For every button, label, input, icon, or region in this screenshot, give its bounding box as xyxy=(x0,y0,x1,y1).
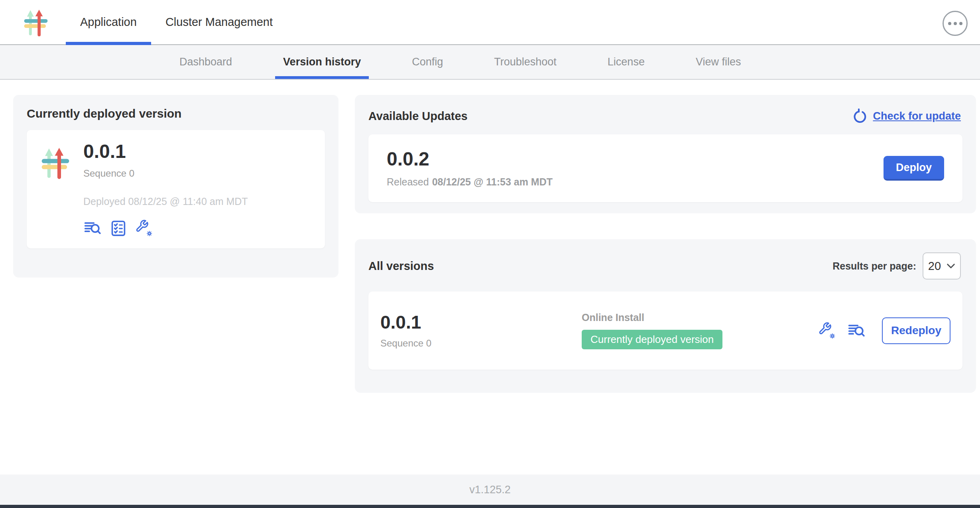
redeploy-button[interactable]: Redeploy xyxy=(882,317,950,344)
tab-version-history[interactable]: Version history xyxy=(283,45,361,79)
deployed-version-card: 0.0.1 Sequence 0 Deployed 08/12/25 @ 11:… xyxy=(27,130,325,248)
footer-bar: v1.125.2 xyxy=(0,475,980,505)
deployed-version-number: 0.0.1 xyxy=(83,141,248,162)
admin-console-page: Application Cluster Management Dashboard… xyxy=(0,0,980,508)
results-per-page-select[interactable]: 20 xyxy=(923,252,961,280)
tab-troubleshoot-label: Troubleshoot xyxy=(494,56,557,68)
results-per-page-value: 20 xyxy=(928,260,941,273)
tab-license[interactable]: License xyxy=(608,45,645,79)
active-tab-indicator xyxy=(66,42,151,45)
all-versions-title: All versions xyxy=(368,260,434,273)
install-type-label: Online Install xyxy=(582,312,644,323)
row-sequence: Sequence 0 xyxy=(380,338,582,349)
check-for-update-label[interactable]: Check for update xyxy=(873,110,961,122)
ellipsis-menu-icon[interactable] xyxy=(943,11,968,36)
release-diff-icon[interactable] xyxy=(847,322,865,340)
tab-dashboard-label: Dashboard xyxy=(179,56,232,68)
available-updates-panel: Available Updates Check for update 0.0.2… xyxy=(355,95,976,213)
update-released-line: Released08/12/25 @ 11:53 am MDT xyxy=(387,176,553,188)
results-per-page-group: Results per page: 20 xyxy=(832,252,961,280)
app-logo-icon xyxy=(23,8,49,36)
update-row: 0.0.2 Released08/12/25 @ 11:53 am MDT De… xyxy=(368,134,962,202)
update-version-number: 0.0.2 xyxy=(387,149,553,170)
console-version: v1.125.2 xyxy=(469,484,511,496)
version-row: 0.0.1 Sequence 0 Online Install Currentl… xyxy=(368,291,962,370)
check-for-update-link[interactable]: Check for update xyxy=(852,108,961,124)
top-header: Application Cluster Management xyxy=(0,0,980,45)
currently-deployed-badge: Currently deployed version xyxy=(582,330,722,349)
results-per-page-label: Results per page: xyxy=(832,260,916,272)
preflight-checks-icon[interactable] xyxy=(109,219,127,237)
tab-version-history-label: Version history xyxy=(283,56,361,68)
currently-deployed-title: Currently deployed version xyxy=(27,107,325,120)
tab-config[interactable]: Config xyxy=(412,45,443,79)
released-prefix: Released xyxy=(387,176,429,187)
refresh-icon[interactable] xyxy=(852,108,868,124)
deployed-actions xyxy=(83,219,248,237)
currently-deployed-panel: Currently deployed version 0.0.1 Sequenc… xyxy=(13,95,338,278)
release-diff-icon[interactable] xyxy=(83,219,101,237)
active-subtab-indicator xyxy=(275,76,369,79)
edit-config-wrench-icon[interactable] xyxy=(135,219,153,237)
deployed-sequence: Sequence 0 xyxy=(83,168,248,179)
tab-troubleshoot[interactable]: Troubleshoot xyxy=(494,45,557,79)
tab-config-label: Config xyxy=(412,56,443,68)
tab-cluster-management[interactable]: Cluster Management xyxy=(151,0,287,44)
main-content: Currently deployed version 0.0.1 Sequenc… xyxy=(0,80,980,475)
edit-config-wrench-icon[interactable] xyxy=(818,322,836,340)
tab-view-files-label: View files xyxy=(696,56,741,68)
released-timestamp: 08/12/25 @ 11:53 am MDT xyxy=(432,176,553,187)
tab-dashboard[interactable]: Dashboard xyxy=(179,45,232,79)
tab-view-files[interactable]: View files xyxy=(696,45,741,79)
available-updates-title: Available Updates xyxy=(368,110,468,123)
deploy-button[interactable]: Deploy xyxy=(884,156,944,181)
tab-application-label: Application xyxy=(80,16,137,29)
tab-cluster-management-label: Cluster Management xyxy=(165,16,273,29)
bottom-edge-bar xyxy=(0,505,980,508)
top-nav: Application Cluster Management xyxy=(66,0,287,44)
chevron-down-icon xyxy=(947,263,955,269)
row-version-number: 0.0.1 xyxy=(380,312,582,333)
app-subnav: Dashboard Version history Config Trouble… xyxy=(0,45,980,80)
tab-license-label: License xyxy=(608,56,645,68)
app-logo-icon xyxy=(40,144,71,182)
deployed-timestamp: Deployed 08/12/25 @ 11:40 am MDT xyxy=(83,196,248,207)
tab-application[interactable]: Application xyxy=(66,0,151,44)
all-versions-panel: All versions Results per page: 20 0.0.1 … xyxy=(355,239,976,393)
